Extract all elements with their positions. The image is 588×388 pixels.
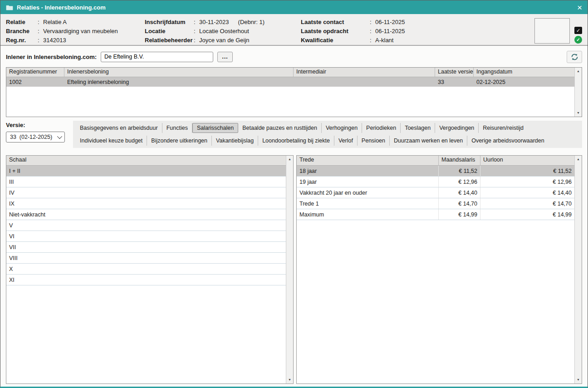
inlener-input[interactable] <box>101 52 213 62</box>
kwalificatie-label: Kwalificatie <box>301 36 370 45</box>
uurloon-cell: € 14,99 <box>480 209 574 220</box>
tab-betaalde-pauzes-en-rusttijden[interactable]: Betaalde pauzes en rusttijden <box>238 123 322 133</box>
registration-row[interactable]: 1002Efteling inlenersbeloning3302-12-202… <box>6 77 574 87</box>
registrations-scrollbar[interactable]: ▲ ▼ <box>574 68 582 117</box>
laatste-contact-field: Laatste contact : 06-11-2025 <box>301 18 437 27</box>
relation-info-panel: Relatie : Relatie A Branche : Vervaardig… <box>0 14 588 46</box>
refresh-icon <box>571 53 578 61</box>
inschrijfdatum-field: Inschrijfdatum : 30-11-2023 (Debnr: 1) <box>145 18 301 27</box>
colon: : <box>370 18 375 27</box>
tab-periodieken[interactable]: Periodieken <box>362 123 401 133</box>
scroll-down-icon[interactable]: ▼ <box>577 111 580 115</box>
scroll-down-icon[interactable]: ▼ <box>288 378 291 382</box>
status-ok-icon: ✓ <box>574 36 582 44</box>
refresh-button[interactable] <box>567 51 582 63</box>
tab-individueel-keuze-budget[interactable]: Individueel keuze budget <box>76 136 147 146</box>
schaal-row[interactable]: I + II <box>6 166 286 177</box>
tab-loondoorbetaling-bij-ziekte[interactable]: Loondoorbetaling bij ziekte <box>258 136 334 146</box>
schaal-row[interactable]: XI <box>6 275 286 285</box>
tab-functies[interactable]: Functies <box>162 123 192 133</box>
relation-info-col-2: Inschrijfdatum : 30-11-2023 (Debnr: 1) L… <box>145 18 301 41</box>
col-schaal[interactable]: Schaal <box>6 156 286 165</box>
tab-strip: Basisgegevens en arbeidsduurFunctiesSala… <box>73 121 582 148</box>
colon: : <box>194 36 199 45</box>
colon: : <box>38 36 43 45</box>
trede-row[interactable]: 18 jaar€ 11,52€ 11,52 <box>297 166 574 177</box>
col-laatste-versie[interactable]: Laatste versie <box>435 68 474 77</box>
trede-scrollbar[interactable]: ▲ ▼ <box>574 156 582 383</box>
tab-overige-arbeidsvoorwaarden[interactable]: Overige arbeidsvoorwaarden <box>467 136 549 146</box>
checkbox-check-icon: ✓ <box>576 28 580 33</box>
registrations-table: Registratienummer Inlenersbeloning Inter… <box>6 67 582 117</box>
branche-label: Branche <box>6 27 38 36</box>
scroll-up-icon[interactable]: ▲ <box>577 69 580 73</box>
tab-vakantiebijslag[interactable]: Vakantiebijslag <box>212 136 258 146</box>
schaal-row[interactable]: V <box>6 220 286 231</box>
relatie-label: Relatie <box>6 18 38 27</box>
schaal-panel: Schaal I + IIIIIIVIXNiet-vakkrachtVVIVII… <box>6 155 294 384</box>
schaal-cell: V <box>6 222 286 229</box>
col-ingangsdatum[interactable]: Ingangsdatum <box>474 68 574 77</box>
tab-salarisschalen[interactable]: Salarisschalen <box>192 123 238 133</box>
registration-cell: 1002 <box>6 79 64 85</box>
trede-row[interactable]: Vakkracht 20 jaar en ouder€ 14,40€ 14,40 <box>297 187 574 198</box>
trede-cell: Maximum <box>297 209 439 220</box>
relatiebeheerder-value: Joyce van de Geijn <box>199 36 250 45</box>
registration-cell: 33 <box>435 79 474 85</box>
col-trede[interactable]: Trede <box>297 156 439 165</box>
schaal-row[interactable]: Niet-vakkracht <box>6 209 286 220</box>
window-title: Relaties - Inlenersbeloning.com <box>17 4 106 11</box>
schaal-row[interactable]: VIII <box>6 253 286 264</box>
scroll-up-icon[interactable]: ▲ <box>577 157 580 161</box>
tab-toeslagen[interactable]: Toeslagen <box>401 123 435 133</box>
col-maandsalaris[interactable]: Maandsalaris <box>439 156 480 165</box>
schaal-row[interactable]: IX <box>6 198 286 209</box>
schaal-row[interactable]: IV <box>6 187 286 198</box>
versie-selected-value: 33 (02-12-2025) <box>10 134 52 140</box>
trede-panel: Trede Maandsalaris Uurloon 18 jaar€ 11,5… <box>296 155 582 384</box>
tab-reisuren-reistijd[interactable]: Reisuren/reistijd <box>479 123 528 133</box>
schaal-cell: IV <box>6 190 286 196</box>
close-icon[interactable]: × <box>577 3 582 12</box>
tab-verlof[interactable]: Verlof <box>334 136 358 146</box>
col-uurloon[interactable]: Uurloon <box>480 156 574 165</box>
col-registratienummer[interactable]: Registratienummer <box>6 68 64 77</box>
schaal-row[interactable]: X <box>6 264 286 275</box>
relation-status-area: ✓ ✓ <box>534 18 582 41</box>
tab-verhogingen[interactable]: Verhogingen <box>322 123 362 133</box>
browse-button[interactable]: ... <box>217 52 233 62</box>
uurloon-cell: € 14,70 <box>480 198 574 209</box>
tab-vergoedingen[interactable]: Vergoedingen <box>435 123 479 133</box>
schaal-row[interactable]: VII <box>6 242 286 253</box>
trede-row[interactable]: Maximum€ 14,99€ 14,99 <box>297 209 574 220</box>
active-checkbox[interactable]: ✓ <box>574 27 582 34</box>
tab-bijzondere-uitkeringen[interactable]: Bijzondere uitkeringen <box>147 136 212 146</box>
col-inlenersbeloning[interactable]: Inlenersbeloning <box>64 68 294 77</box>
app-window: Relaties - Inlenersbeloning.com × Relati… <box>0 0 588 388</box>
trede-cell: Vakkracht 20 jaar en ouder <box>297 187 439 198</box>
schaal-cell: XI <box>6 277 286 283</box>
kwalificatie-value: A-klant <box>375 36 393 45</box>
locatie-label: Locatie <box>145 27 194 36</box>
schaal-cell: VII <box>6 244 286 250</box>
scroll-up-icon[interactable]: ▲ <box>288 157 291 161</box>
tab-basisgegevens-en-arbeidsduur[interactable]: Basisgegevens en arbeidsduur <box>76 123 162 133</box>
laatste-opdracht-label: Laatste opdracht <box>301 27 370 36</box>
versie-select[interactable]: 33 (02-12-2025) <box>6 132 65 142</box>
schaal-row[interactable]: III <box>6 177 286 187</box>
schaal-row[interactable]: VI <box>6 231 286 242</box>
col-intermediair[interactable]: Intermediair <box>294 68 435 77</box>
scroll-down-icon[interactable]: ▼ <box>577 378 580 382</box>
schaal-body: I + IIIIIIVIXNiet-vakkrachtVVIVIIVIIIXXI <box>6 166 286 285</box>
schaal-cell: Niet-vakkracht <box>6 211 286 218</box>
inlener-label: Inlener in Inlenersbeloning.com: <box>6 54 97 60</box>
trede-row[interactable]: Trede 1€ 14,70€ 14,70 <box>297 198 574 209</box>
status-checks: ✓ ✓ <box>574 18 582 41</box>
inschrijfdatum-value: 30-11-2023 <box>199 18 229 27</box>
schaal-scrollbar[interactable]: ▲ ▼ <box>286 156 293 383</box>
tab-duurzaam-werken-en-leven[interactable]: Duurzaam werken en leven <box>390 136 467 146</box>
colon: : <box>370 36 375 45</box>
trede-row[interactable]: 19 jaar€ 12,96€ 12,96 <box>297 177 574 187</box>
schaal-table-inner: Schaal I + IIIIIIVIXNiet-vakkrachtVVIVII… <box>6 156 286 383</box>
tab-pensioen[interactable]: Pensioen <box>358 136 390 146</box>
